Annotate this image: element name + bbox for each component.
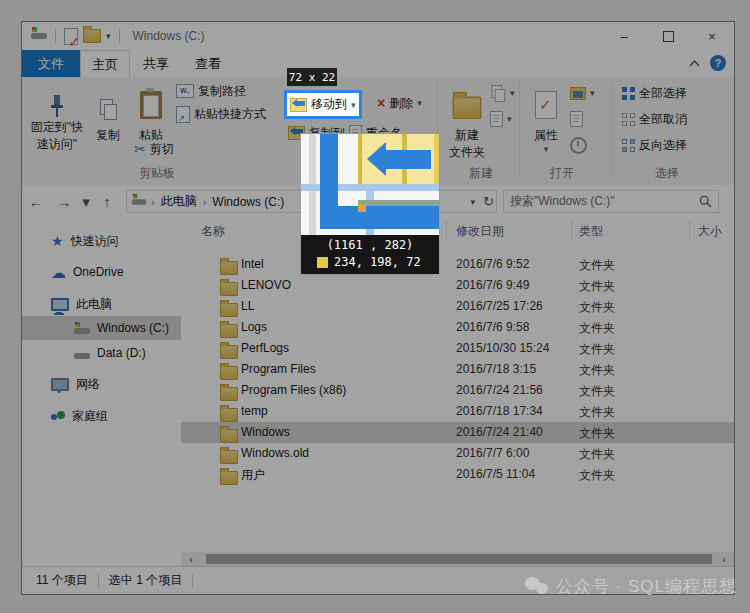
magnifier-info: (1161 , 282) 234, 198, 72 <box>301 235 439 274</box>
screen-dim-overlay <box>0 0 750 613</box>
move-to-caret-icon: ▾ <box>351 100 356 110</box>
capture-size-tooltip: 72 x 22 <box>287 68 337 86</box>
rgb-value: 234, 198, 72 <box>334 255 421 269</box>
magnified-arrow-icon <box>367 142 386 176</box>
move-to-button[interactable]: 移动到 ▾ <box>284 90 362 119</box>
capture-magnifier: (1161 , 282) 234, 198, 72 <box>300 133 440 275</box>
move-to-icon <box>290 98 307 112</box>
magnifier-preview <box>301 134 439 235</box>
color-swatch <box>317 257 328 268</box>
pixel-coordinates: (1161 , 282) <box>301 235 439 252</box>
watermark: 公众号 · SQL编程思想 <box>525 575 737 598</box>
wechat-icon <box>525 577 549 597</box>
watermark-text: 公众号 · SQL编程思想 <box>556 575 737 598</box>
